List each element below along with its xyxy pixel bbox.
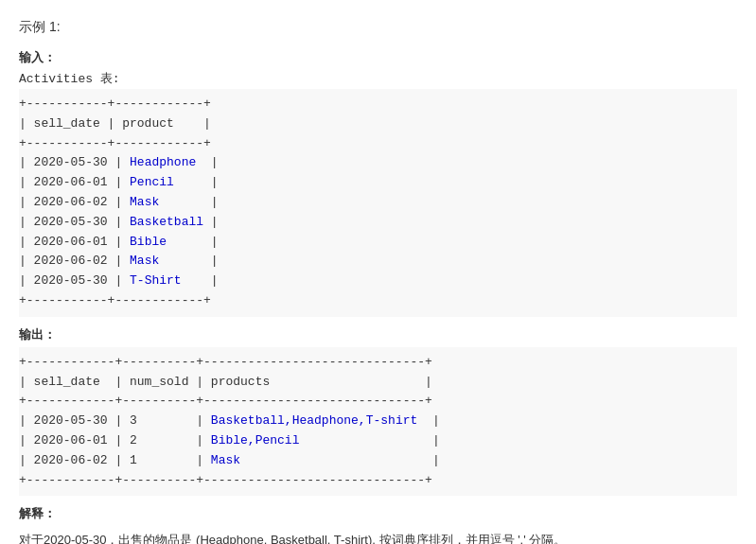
input-header: | sell_date | product | xyxy=(19,114,737,134)
input-row-2: | 2020-06-01 | Pencil | xyxy=(19,173,737,193)
input-row-1: | 2020-05-30 | Headphone | xyxy=(19,153,737,173)
output-label: 输出： xyxy=(19,326,737,343)
input-border-bottom: +-----------+------------+ xyxy=(19,291,737,311)
output-header: | sell_date | num_sold | products | xyxy=(19,373,737,393)
input-row-7: | 2020-05-30 | T-Shirt | xyxy=(19,272,737,291)
input-row-3: | 2020-06-02 | Mask | xyxy=(19,193,737,213)
input-row-4: | 2020-05-30 | Basketball | xyxy=(19,213,737,233)
explanation-section: 解释： 对于2020-05-30，出售的物品是 (Headphone, Bask… xyxy=(19,505,737,544)
input-label: 输入： xyxy=(19,49,737,66)
explanation-line-1: 对于2020-05-30，出售的物品是 (Headphone, Basketba… xyxy=(19,530,737,544)
input-header-border: +-----------+------------+ xyxy=(19,134,737,154)
input-row-6: | 2020-06-02 | Mask | xyxy=(19,252,737,272)
output-border-bottom: +------------+----------+---------------… xyxy=(19,471,737,491)
input-table: +-----------+------------+ | sell_date |… xyxy=(19,89,737,317)
input-section: 输入： Activities 表: +-----------+---------… xyxy=(19,49,737,317)
output-row-3: | 2020-06-02 | 1 | Mask | xyxy=(19,451,737,471)
output-row-1: | 2020-05-30 | 3 | Basketball,Headphone,… xyxy=(19,412,737,431)
output-section: 输出： +------------+----------+-----------… xyxy=(19,326,737,497)
explanation-label: 解释： xyxy=(19,505,737,522)
explanation-content: 对于2020-05-30，出售的物品是 (Headphone, Basketba… xyxy=(19,530,737,544)
main-container: 示例 1: 输入： Activities 表: +-----------+---… xyxy=(19,19,737,544)
input-border-top: +-----------+------------+ xyxy=(19,95,737,114)
input-row-5: | 2020-06-01 | Bible | xyxy=(19,233,737,253)
output-header-border: +------------+----------+---------------… xyxy=(19,392,737,412)
table-label: Activities 表: xyxy=(19,70,737,87)
output-border-top: +------------+----------+---------------… xyxy=(19,353,737,373)
output-table: +------------+----------+---------------… xyxy=(19,347,737,497)
example-title: 示例 1: xyxy=(19,19,737,36)
output-row-2: | 2020-06-01 | 2 | Bible,Pencil | xyxy=(19,431,737,451)
